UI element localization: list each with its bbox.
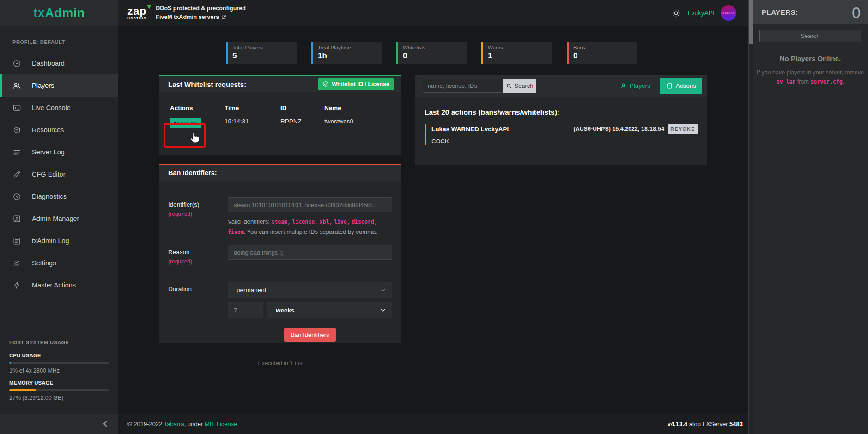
reason-input[interactable] <box>228 245 392 260</box>
collapse-sidebar-icon[interactable] <box>101 419 110 428</box>
identifier-input[interactable] <box>228 197 392 212</box>
sidebar-item-dashboard[interactable]: Dashboard <box>0 52 118 74</box>
host-usage-title: HOST SYSTEM USAGE <box>9 340 109 345</box>
action-entry-reason: COCK <box>431 138 698 145</box>
author-link[interactable]: Tabarra <box>164 421 184 428</box>
actions-search-group: Search <box>423 79 536 93</box>
stat-label: Whitelists <box>403 45 467 50</box>
stat-card-warns: Warns 1 <box>481 42 552 64</box>
action-entry: Lukas WARNED LvckyAPI (AUS6-UHPS) 15.4.2… <box>425 124 698 145</box>
notebook-icon <box>666 82 673 89</box>
ban-card-header: Ban Identifiers: <box>159 165 401 181</box>
duration-unit-select[interactable]: weeks <box>267 302 392 318</box>
vertical-scrollbar <box>748 0 753 434</box>
search-icon <box>506 83 512 89</box>
avatar-text: LVCKYAPI <box>722 12 736 14</box>
actions-search-label: Search <box>514 82 533 89</box>
actions-search-input[interactable] <box>423 79 503 93</box>
zap-leaf-icon <box>147 5 151 9</box>
sidebar-item-diagnostics[interactable]: Diagnostics <box>0 185 118 208</box>
sidebar-item-label: Diagnostics <box>32 193 67 200</box>
duration-number-input[interactable] <box>228 302 263 318</box>
sidebar-item-master-actions[interactable]: Master Actions <box>0 274 118 296</box>
identifier-help: Valid identifiers: steam, license, xbl, … <box>228 217 392 237</box>
check-circle-icon <box>322 81 329 87</box>
avatar[interactable]: LVCKYAPI <box>721 5 736 21</box>
sidebar-item-live-console[interactable]: Live Console <box>0 97 118 119</box>
stat-label: Bans <box>573 45 637 50</box>
code-live: live, <box>334 219 350 225</box>
code-discord: discord, <box>352 219 377 225</box>
sidebar-item-cfg-editor[interactable]: CFG Editor <box>0 163 118 185</box>
terminal-icon <box>12 104 21 112</box>
sidebar-item-txadmin-log[interactable]: txAdmin Log <box>0 230 118 252</box>
tab-players[interactable]: Players <box>620 82 650 89</box>
whitelist-id-license-button[interactable]: Whitelist ID / License <box>318 78 394 90</box>
sidebar-item-admin-manager[interactable]: Admin Manager <box>0 208 118 230</box>
users-icon <box>12 81 21 90</box>
code-xbl: xbl, <box>320 219 333 225</box>
host-system-usage: HOST SYSTEM USAGE CPU USAGE 1% of 4x 280… <box>0 340 118 414</box>
stat-label: Warns <box>488 45 552 50</box>
memory-usage-bar <box>9 389 109 391</box>
txadmin-logo-text: txAdmin <box>33 6 85 20</box>
duration-selected-value: permanent <box>237 287 267 293</box>
stat-label: Total Playtime <box>318 45 382 50</box>
lightning-icon <box>12 281 21 290</box>
table-row-time-cell: 19:14:31 <box>225 118 280 128</box>
sidebar-item-label: Settings <box>32 259 56 267</box>
stat-value: 0 <box>403 51 467 61</box>
sidebar-item-label: Dashboard <box>32 60 65 67</box>
license-link[interactable]: MIT License <box>205 421 237 428</box>
person-icon <box>620 82 627 89</box>
revoke-button[interactable]: REVOKE <box>668 124 698 134</box>
actions-search-button[interactable]: Search <box>503 79 536 93</box>
zap-promo-line1: DDoS protected & preconfigured <box>156 4 245 13</box>
stat-card-whitelists: Whitelists 0 <box>396 42 467 64</box>
whitelist-table: Actions Time ID Name ACCEPT 19:14:31 RPP… <box>159 92 401 128</box>
code-sv-lan: sv_lan <box>777 79 796 85</box>
reason-row: Reason (required) <box>168 245 392 265</box>
zap-logo-word: zap <box>127 6 146 17</box>
cpu-usage-value: 1% of 4x 2800 MHz <box>9 367 109 374</box>
actions-card: Search Players Actions Last 20 actions (… <box>415 75 707 165</box>
zap-promo[interactable]: DDoS protected & preconfigured FiveM txA… <box>156 4 245 22</box>
players-empty-state: No Players Online. If you have players i… <box>753 55 868 86</box>
sidebar-item-label: Master Actions <box>32 281 76 289</box>
tab-actions[interactable]: Actions <box>660 78 702 94</box>
sidebar-item-server-log[interactable]: Server Log <box>0 141 118 163</box>
column-header-time: Time <box>225 104 280 111</box>
chevron-down-icon <box>380 307 386 313</box>
sidebar-item-settings[interactable]: Settings <box>0 252 118 274</box>
sidebar-item-resources[interactable]: Resources <box>0 119 118 141</box>
admin-account-name[interactable]: LvckyAPI <box>688 9 715 17</box>
sidebar-item-label: Admin Manager <box>32 215 79 222</box>
table-row-action-cell: ACCEPT <box>170 118 225 128</box>
identifier-row: Identifier(s) (required) Valid identifie… <box>168 197 392 237</box>
memory-usage-value: 27% (3.29/12.00 GB) <box>9 395 109 401</box>
players-search-input[interactable] <box>759 30 861 42</box>
footer-version: v4.13.4 atop FXServer 5483 <box>668 421 743 428</box>
txadmin-logo[interactable]: txAdmin <box>0 0 118 26</box>
accept-button[interactable]: ACCEPT <box>170 118 201 128</box>
sidebar-item-label: Server Log <box>32 148 65 156</box>
sidebar-item-players[interactable]: Players <box>0 74 118 97</box>
code-license: license, <box>292 219 318 225</box>
reason-required: (required) <box>168 258 228 265</box>
stat-value: 1 <box>488 51 552 61</box>
identifier-label: Identifier(s) <box>168 201 228 208</box>
tab-players-label: Players <box>630 82 650 89</box>
chevron-down-icon <box>380 287 386 293</box>
ban-card-title: Ban Identifiers: <box>168 169 217 177</box>
stat-card-total-players: Total Players 5 <box>226 42 297 64</box>
sidebar-bottom-bar <box>0 414 118 434</box>
zap-hosting-logo[interactable]: zap HOSTING <box>127 6 149 20</box>
whitelist-card-header: Last Whitelist requests: Whitelist ID / … <box>159 76 401 92</box>
whitelist-card-title: Last Whitelist requests: <box>168 80 246 88</box>
sidebar: txAdmin PROFILE: DEFAULT Dashboard Playe… <box>0 0 118 434</box>
duration-select[interactable]: permanent <box>228 282 392 298</box>
top-header: zap HOSTING DDoS protected & preconfigur… <box>118 0 748 26</box>
theme-toggle-sun-icon[interactable] <box>671 8 681 18</box>
ban-identifiers-button[interactable]: Ban Identifiers <box>284 328 335 342</box>
tab-actions-label: Actions <box>676 82 696 89</box>
